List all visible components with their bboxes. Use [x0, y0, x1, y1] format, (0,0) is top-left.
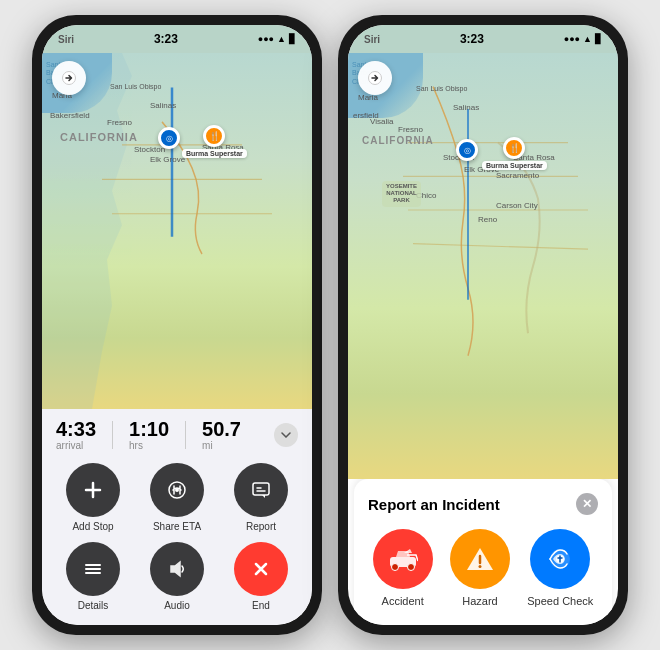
svg-rect-3	[253, 483, 269, 495]
left-phone-screen: Siri 3:23 ●●● ▲ ▊	[42, 25, 312, 625]
distance-value: 50.7	[202, 419, 241, 439]
details-button[interactable]: Details	[56, 542, 130, 611]
report-icon	[234, 463, 288, 517]
add-stop-label: Add Stop	[72, 521, 113, 532]
battery-icon: ▊	[595, 34, 602, 44]
city-bakersfield: Bakersfield	[50, 111, 90, 120]
road-network	[42, 53, 312, 409]
details-icon	[66, 542, 120, 596]
arrival-stat: 4:33 arrival	[56, 419, 96, 451]
arrival-label: arrival	[56, 440, 96, 451]
list-icon	[82, 558, 104, 580]
left-map[interactable]: SantaBarbaraChannel Maria San Luis Obisp…	[42, 53, 312, 409]
hazard-icon	[465, 544, 495, 574]
incident-panel: Report an Incident ✕	[354, 479, 612, 625]
accident-label: Accident	[382, 595, 424, 607]
end-button[interactable]: End	[224, 542, 298, 611]
report-symbol	[250, 479, 272, 501]
accident-icon-wrap	[373, 529, 433, 589]
city-slo: San Luis Obispo	[416, 85, 467, 92]
trip-divider-1	[112, 421, 113, 449]
signal-icon: ●●●	[564, 34, 580, 44]
right-map[interactable]: SantaBarbaraChannel Maria San Luis Obisp…	[348, 53, 618, 479]
incident-header: Report an Incident ✕	[368, 493, 598, 515]
hazard-option[interactable]: Hazard	[450, 529, 510, 607]
speed-check-icon-wrap	[530, 529, 590, 589]
trip-info-row: 4:33 arrival 1:10 hrs 50.7 mi	[56, 419, 298, 451]
left-phone: Siri 3:23 ●●● ▲ ▊	[32, 15, 322, 635]
add-stop-button[interactable]: Add Stop	[56, 463, 130, 532]
close-icon: ✕	[582, 497, 592, 511]
report-button[interactable]: Report	[224, 463, 298, 532]
phones-container: Siri 3:23 ●●● ▲ ▊	[22, 5, 638, 645]
city-visalia: Visalia	[370, 117, 393, 126]
distance-stat: 50.7 mi	[202, 419, 241, 451]
left-siri-label: Siri	[58, 34, 74, 45]
svg-point-8	[478, 565, 481, 568]
action-grid: Add Stop Share ETA	[56, 463, 298, 611]
right-arrow-right-icon	[367, 70, 383, 86]
duration-stat: 1:10 hrs	[129, 419, 169, 451]
city-elkgrove: Elk Grove	[150, 155, 185, 164]
hazard-label: Hazard	[462, 595, 497, 607]
x-icon	[250, 558, 272, 580]
speed-check-icon	[545, 544, 575, 574]
right-current-location-pin: ◎	[456, 139, 478, 161]
audio-label: Audio	[164, 600, 190, 611]
state-california: CALIFORNIA	[362, 135, 434, 146]
yosemite-badge: YOSEMITENATIONALPARK	[382, 181, 421, 207]
current-location-pin: ◎	[158, 127, 180, 149]
left-bottom-panel: 4:33 arrival 1:10 hrs 50.7 mi	[42, 409, 312, 625]
right-nav-back-button[interactable]	[358, 61, 392, 95]
right-time: 3:23	[460, 32, 484, 46]
destination-label: Burma Superstar	[182, 149, 247, 158]
end-label: End	[252, 600, 270, 611]
audio-icon	[150, 542, 204, 596]
expand-button[interactable]	[274, 423, 298, 447]
share-eta-symbol	[166, 479, 188, 501]
add-stop-icon	[66, 463, 120, 517]
state-california: CALIFORNIA	[60, 131, 138, 143]
speaker-icon	[166, 558, 188, 580]
wifi-icon: ▲	[277, 34, 286, 44]
accident-icon	[388, 547, 418, 571]
city-fresno: Fresno	[398, 125, 423, 134]
details-label: Details	[78, 600, 109, 611]
destination-pin: 🍴 Burma Superstar	[182, 125, 247, 158]
right-status-icons: ●●● ▲ ▊	[564, 34, 602, 44]
left-status-icons: ●●● ▲ ▊	[258, 34, 296, 44]
wifi-icon: ▲	[583, 34, 592, 44]
trip-divider-2	[185, 421, 186, 449]
svg-point-6	[391, 564, 398, 571]
report-label: Report	[246, 521, 276, 532]
speed-check-option[interactable]: Speed Check	[527, 529, 593, 607]
incident-title: Report an Incident	[368, 496, 500, 513]
duration-label: hrs	[129, 440, 169, 451]
city-fresno: Fresno	[107, 118, 132, 127]
hazard-icon-wrap	[450, 529, 510, 589]
arrow-right-icon	[61, 70, 77, 86]
city-sacramento: Sacramento	[496, 171, 539, 180]
audio-button[interactable]: Audio	[140, 542, 214, 611]
plus-icon	[82, 479, 104, 501]
end-icon	[234, 542, 288, 596]
right-phone: Siri 3:23 ●●● ▲ ▊	[338, 15, 628, 635]
share-eta-button[interactable]: Share ETA	[140, 463, 214, 532]
accident-option[interactable]: Accident	[373, 529, 433, 607]
incident-close-button[interactable]: ✕	[576, 493, 598, 515]
right-status-bar: Siri 3:23 ●●● ▲ ▊	[348, 25, 618, 53]
duration-value: 1:10	[129, 419, 169, 439]
nav-back-button[interactable]	[52, 61, 86, 95]
city-slo: San Luis Obispo	[110, 83, 161, 90]
city-salinas: Salinas	[453, 103, 479, 112]
battery-icon: ▊	[289, 34, 296, 44]
svg-point-7	[407, 564, 414, 571]
right-phone-screen: Siri 3:23 ●●● ▲ ▊	[348, 25, 618, 625]
share-eta-label: Share ETA	[153, 521, 201, 532]
svg-point-2	[175, 488, 179, 492]
city-salinas: Salinas	[150, 101, 176, 110]
right-siri-label: Siri	[364, 34, 380, 45]
signal-icon: ●●●	[258, 34, 274, 44]
distance-label: mi	[202, 440, 241, 451]
chevron-down-icon	[281, 432, 291, 438]
